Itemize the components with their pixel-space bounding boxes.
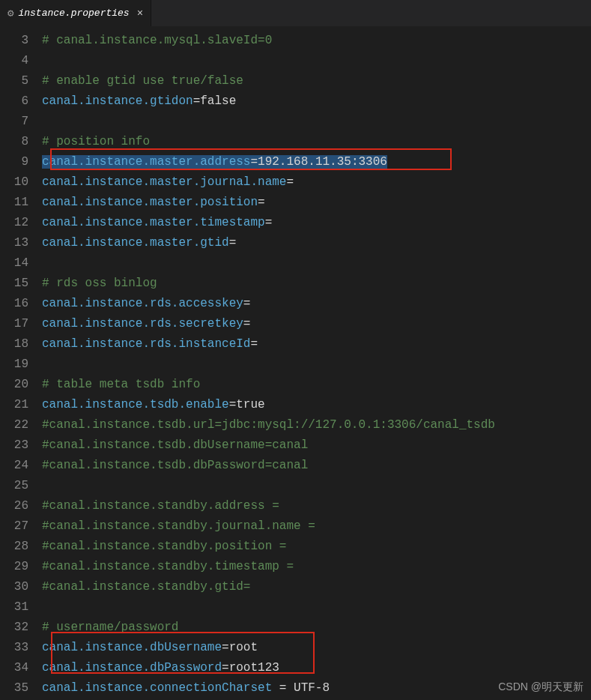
line-number: 24	[0, 456, 28, 476]
line-number: 34	[0, 658, 28, 678]
line-number: 29	[0, 557, 28, 577]
line-number: 31	[0, 597, 28, 618]
code-area[interactable]: # canal.instance.mysql.slaveId=0 # enabl…	[42, 31, 591, 699]
line-number: 13	[0, 233, 28, 253]
line-number: 22	[0, 415, 28, 435]
code-line[interactable]: canal.instance.rds.accesskey=	[42, 294, 591, 314]
code-line[interactable]: #canal.instance.standby.address =	[42, 496, 591, 516]
code-line[interactable]: canal.instance.rds.secretkey=	[42, 314, 591, 334]
tab-title: instance.properties	[18, 7, 129, 19]
tab-bar: ⚙ instance.properties ×	[0, 0, 591, 26]
close-icon[interactable]: ×	[137, 7, 143, 19]
code-line[interactable]: # rds oss binlog	[42, 274, 591, 294]
code-line[interactable]: #canal.instance.standby.position =	[42, 537, 591, 557]
gear-icon: ⚙	[7, 7, 13, 19]
line-number: 5	[0, 71, 28, 91]
line-number: 4	[0, 51, 28, 71]
line-number: 26	[0, 496, 28, 516]
code-line[interactable]	[42, 51, 591, 71]
code-line[interactable]	[42, 354, 591, 375]
line-number: 20	[0, 375, 28, 395]
line-number: 27	[0, 516, 28, 537]
line-number: 12	[0, 213, 28, 233]
code-line[interactable]	[42, 253, 591, 274]
line-number: 28	[0, 537, 28, 557]
code-line[interactable]: #canal.instance.tsdb.dbPassword=canal	[42, 456, 591, 476]
code-line[interactable]: #canal.instance.standby.journal.name =	[42, 516, 591, 537]
code-line[interactable]: canal.instance.master.position=	[42, 193, 591, 213]
line-number: 32	[0, 618, 28, 638]
watermark: CSDN @明天更新	[498, 681, 584, 694]
code-line[interactable]: canal.instance.master.gtid=	[42, 233, 591, 253]
code-line[interactable]: #canal.instance.standby.timestamp =	[42, 557, 591, 577]
code-line[interactable]: canal.instance.master.address=192.168.11…	[42, 152, 591, 172]
code-line[interactable]: #canal.instance.standby.gtid=	[42, 577, 591, 597]
line-number: 30	[0, 577, 28, 597]
code-line[interactable]: # table meta tsdb info	[42, 375, 591, 395]
line-number: 17	[0, 314, 28, 334]
editor-tab[interactable]: ⚙ instance.properties ×	[0, 0, 151, 26]
code-line[interactable]: #canal.instance.tsdb.dbUsername=canal	[42, 435, 591, 456]
editor[interactable]: 3456789101112131415161718192021222324252…	[0, 26, 591, 699]
line-number: 16	[0, 294, 28, 314]
line-number: 23	[0, 435, 28, 456]
code-line[interactable]: canal.instance.rds.instanceId=	[42, 334, 591, 354]
code-line[interactable]: # canal.instance.mysql.slaveId=0	[42, 31, 591, 51]
line-number: 7	[0, 112, 28, 132]
code-line[interactable]: canal.instance.master.journal.name=	[42, 172, 591, 193]
line-number: 14	[0, 253, 28, 274]
line-number: 19	[0, 354, 28, 375]
code-line[interactable]: # username/password	[42, 618, 591, 638]
code-line[interactable]: canal.instance.dbPassword=root123	[42, 658, 591, 678]
line-number: 25	[0, 476, 28, 496]
line-number: 33	[0, 638, 28, 658]
line-number: 35	[0, 678, 28, 699]
code-line[interactable]	[42, 112, 591, 132]
line-number: 3	[0, 31, 28, 51]
code-line[interactable]	[42, 476, 591, 496]
code-line[interactable]: canal.instance.tsdb.enable=true	[42, 395, 591, 415]
code-line[interactable]: canal.instance.gtidon=false	[42, 91, 591, 112]
line-gutter: 3456789101112131415161718192021222324252…	[0, 31, 42, 699]
line-number: 18	[0, 334, 28, 354]
line-number: 10	[0, 172, 28, 193]
line-number: 11	[0, 193, 28, 213]
code-line[interactable]: #canal.instance.tsdb.url=jdbc:mysql://12…	[42, 415, 591, 435]
code-line[interactable]	[42, 597, 591, 618]
line-number: 15	[0, 274, 28, 294]
line-number: 9	[0, 152, 28, 172]
line-number: 21	[0, 395, 28, 415]
line-number: 8	[0, 132, 28, 152]
code-line[interactable]: # position info	[42, 132, 591, 152]
line-number: 6	[0, 91, 28, 112]
code-line[interactable]: canal.instance.dbUsername=root	[42, 638, 591, 658]
code-line[interactable]: # enable gtid use true/false	[42, 71, 591, 91]
code-line[interactable]: canal.instance.master.timestamp=	[42, 213, 591, 233]
